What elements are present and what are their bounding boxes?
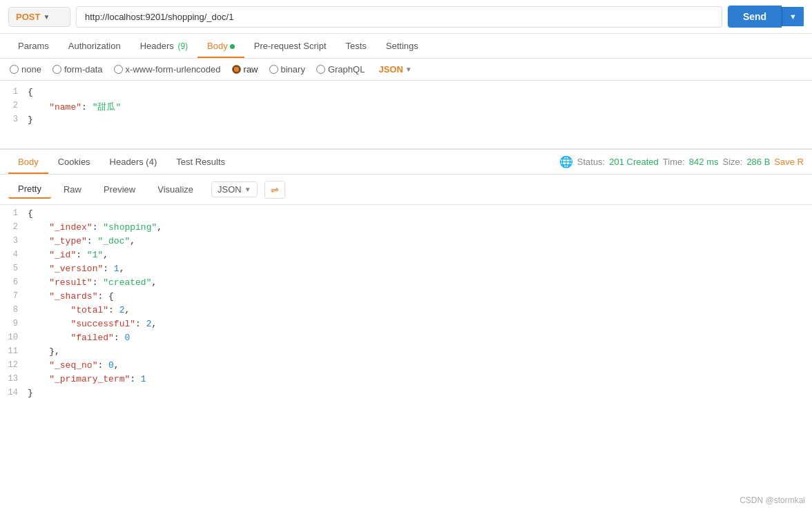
url-input[interactable]	[76, 6, 722, 28]
method-chevron-icon: ▼	[43, 13, 63, 21]
resp-line-7: 7 "_shards": {	[0, 291, 812, 304]
option-raw[interactable]: raw	[232, 64, 258, 75]
resp-line-4: 4 "_id": "1",	[0, 249, 812, 263]
json-dropdown-arrow-icon: ▼	[405, 66, 412, 73]
send-button[interactable]: Send	[728, 6, 782, 28]
request-tabs: Params Authorization Headers (9) Body Pr…	[0, 34, 812, 59]
resp-line-8: 8 "total": 2,	[0, 304, 812, 318]
send-dropdown-button[interactable]: ▼	[782, 7, 804, 26]
tab-params[interactable]: Params	[8, 34, 59, 58]
option-binary[interactable]: binary	[269, 64, 305, 75]
response-body: 1 { 2 "_index": "shopping", 3 "_type": "…	[0, 205, 812, 404]
response-meta: 🌐 Status: 201 Created Time: 842 ms Size:…	[559, 155, 804, 168]
body-options-bar: none form-data x-www-form-urlencoded raw…	[0, 59, 812, 81]
resp-line-9: 9 "successful": 2,	[0, 318, 812, 332]
req-line-2: 2 "name": "甜瓜"	[0, 100, 812, 114]
body-active-dot	[230, 44, 235, 49]
resp-format-arrow-icon: ▼	[244, 186, 251, 193]
resp-format-select[interactable]: JSON ▼	[211, 181, 258, 197]
top-bar: POST ▼ Send ▼	[0, 0, 812, 34]
resp-line-6: 6 "result": "created",	[0, 277, 812, 291]
time-label: Time:	[663, 157, 685, 167]
time-value: 842 ms	[689, 157, 719, 167]
response-tabs: Body Cookies Headers (4) Test Results	[8, 150, 235, 174]
request-editor[interactable]: 1 { 2 "name": "甜瓜" 3 }	[0, 81, 812, 150]
resp-line-5: 5 "_version": 1,	[0, 263, 812, 277]
resp-line-3: 3 "_type": "_doc",	[0, 235, 812, 249]
resp-tab-headers[interactable]: Headers (4)	[100, 150, 167, 174]
resp-line-10: 10 "failed": 0	[0, 332, 812, 346]
tab-pre-request[interactable]: Pre-request Script	[244, 34, 336, 58]
tab-tests[interactable]: Tests	[336, 34, 376, 58]
tab-headers[interactable]: Headers (9)	[130, 34, 197, 58]
resp-line-1: 1 {	[0, 208, 812, 221]
status-value: 201 Created	[609, 157, 659, 167]
json-format-dropdown[interactable]: JSON ▼	[378, 64, 412, 75]
req-code-block: 1 { 2 "name": "甜瓜" 3 }	[0, 81, 812, 133]
resp-line-14: 14 }	[0, 387, 812, 401]
view-tab-visualize[interactable]: Visualize	[148, 181, 203, 198]
view-tab-pretty[interactable]: Pretty	[8, 180, 51, 199]
wrap-button[interactable]: ⇌	[264, 181, 285, 199]
req-line-1: 1 {	[0, 86, 812, 100]
option-urlencoded[interactable]: x-www-form-urlencoded	[114, 64, 221, 75]
option-form-data[interactable]: form-data	[52, 64, 103, 75]
save-response-button[interactable]: Save R	[774, 157, 804, 167]
response-header: Body Cookies Headers (4) Test Results 🌐 …	[0, 150, 812, 175]
option-graphql[interactable]: GraphQL	[316, 64, 365, 75]
headers-badge: (9)	[177, 41, 188, 51]
send-button-group: Send ▼	[728, 6, 804, 28]
resp-line-12: 12 "_seq_no": 0,	[0, 360, 812, 373]
resp-line-2: 2 "_index": "shopping",	[0, 221, 812, 235]
tab-settings[interactable]: Settings	[376, 34, 428, 58]
globe-icon[interactable]: 🌐	[559, 155, 573, 168]
resp-tab-body[interactable]: Body	[8, 150, 48, 174]
view-tab-preview[interactable]: Preview	[94, 181, 145, 198]
method-label: POST	[16, 12, 40, 22]
size-value: 286 B	[746, 157, 770, 167]
status-label: Status:	[577, 157, 605, 167]
req-line-3: 3 }	[0, 114, 812, 128]
response-view-bar: Pretty Raw Preview Visualize JSON ▼ ⇌	[0, 175, 812, 205]
tab-body[interactable]: Body	[197, 34, 244, 58]
view-tab-raw[interactable]: Raw	[54, 181, 91, 198]
option-none[interactable]: none	[10, 64, 41, 75]
resp-tab-test-results[interactable]: Test Results	[166, 150, 235, 174]
resp-line-13: 13 "_primary_term": 1	[0, 373, 812, 387]
resp-tab-cookies[interactable]: Cookies	[48, 150, 100, 174]
size-label: Size:	[722, 157, 742, 167]
resp-line-11: 11 },	[0, 346, 812, 360]
tab-authorization[interactable]: Authorization	[59, 34, 130, 58]
method-select[interactable]: POST ▼	[8, 7, 70, 27]
